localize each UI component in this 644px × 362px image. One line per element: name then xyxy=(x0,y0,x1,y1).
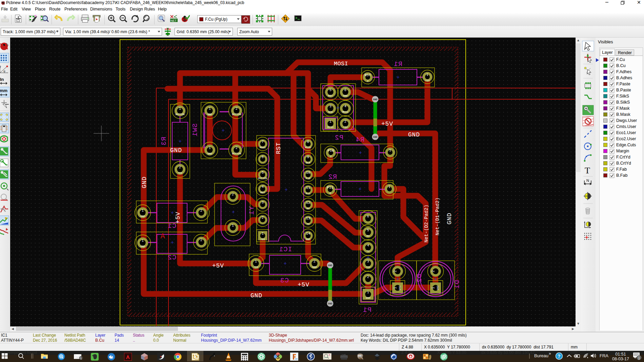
svg-text:GND: GND xyxy=(408,131,420,138)
svg-text:In: In xyxy=(0,77,4,82)
svg-text:8: 8 xyxy=(307,140,309,144)
svg-text:PCB: PCB xyxy=(195,358,199,361)
svg-text:2: 2 xyxy=(393,270,397,272)
svg-text:BUTTON: BUTTON xyxy=(232,152,241,155)
svg-text:2: 2 xyxy=(344,120,346,124)
svg-text:SCK: SCK xyxy=(306,162,310,164)
svg-text:11: 11 xyxy=(306,186,310,190)
svg-text:2: 2 xyxy=(330,155,332,158)
svg-text:5: 5 xyxy=(329,88,331,92)
svg-text:1: 1 xyxy=(367,290,369,294)
svg-text:6: 6 xyxy=(262,155,264,159)
svg-text:P11: P11 xyxy=(306,192,310,195)
svg-text:Net-(D2-Pad2): Net-(D2-Pad2) xyxy=(424,205,429,242)
svg-text:2: 2 xyxy=(200,238,202,242)
svg-text:GND: GND xyxy=(207,152,212,155)
svg-text:7: 7 xyxy=(262,140,264,144)
svg-text:NET: NET xyxy=(170,19,177,22)
svg-text:1: 1 xyxy=(142,239,144,243)
svg-text:GND: GND xyxy=(140,215,145,218)
svg-text:+5V: +5V xyxy=(366,266,370,269)
svg-text:+5V: +5V xyxy=(175,212,181,223)
svg-text:1: 1 xyxy=(80,357,82,360)
svg-text:+5V: +5V xyxy=(178,172,182,174)
svg-text:D1: D1 xyxy=(453,280,461,289)
svg-text:6: 6 xyxy=(367,214,369,218)
svg-text:GND: GND xyxy=(250,292,262,299)
svg-text:4: 4 xyxy=(344,104,346,108)
svg-text:GND: GND xyxy=(399,285,401,290)
svg-text:BUTTON: BUTTON xyxy=(175,113,184,116)
svg-text:+5V: +5V xyxy=(343,126,348,129)
svg-text:2: 2 xyxy=(236,146,238,150)
svg-text:GND: GND xyxy=(437,285,439,290)
svg-text:BUTTON: BUTTON xyxy=(258,177,267,180)
svg-text:360: 360 xyxy=(295,358,298,360)
svg-text:P2: P2 xyxy=(335,134,343,142)
svg-text:GND: GND xyxy=(207,113,212,116)
svg-text:GND: GND xyxy=(373,98,378,101)
svg-text:GND: GND xyxy=(328,302,333,305)
svg-text:+5V: +5V xyxy=(298,281,309,288)
svg-text:GND: GND xyxy=(343,94,348,97)
svg-text:r: r xyxy=(0,65,1,69)
svg-text:RX: RX xyxy=(306,207,310,210)
svg-text:2: 2 xyxy=(179,165,181,169)
svg-text:GND: GND xyxy=(312,266,317,269)
svg-text:5: 5 xyxy=(367,228,369,232)
svg-text:C1: C1 xyxy=(167,222,176,230)
svg-text:2: 2 xyxy=(329,192,331,195)
svg-text:1: 1 xyxy=(393,287,397,289)
svg-text:3: 3 xyxy=(367,259,369,263)
svg-text:?: ? xyxy=(558,354,561,359)
svg-text:C2: C2 xyxy=(167,254,176,261)
svg-text:φ: φ xyxy=(3,69,5,73)
svg-text:2: 2 xyxy=(236,107,238,111)
svg-text:4: 4 xyxy=(367,243,369,248)
svg-text:1: 1 xyxy=(209,107,211,111)
svg-text:3: 3 xyxy=(329,104,331,108)
svg-text:RST: RST xyxy=(275,142,282,154)
svg-text:SW1: SW1 xyxy=(191,123,199,136)
svg-text:1: 1 xyxy=(142,209,144,213)
svg-text:+5V: +5V xyxy=(260,238,265,241)
svg-text:1: 1 xyxy=(262,232,264,236)
svg-text:3: 3 xyxy=(262,200,264,205)
svg-text:+5V: +5V xyxy=(254,266,258,269)
svg-text:RST: RST xyxy=(365,73,371,77)
svg-text:GND: GND xyxy=(366,297,370,299)
svg-text:D2: D2 xyxy=(416,274,423,283)
svg-text:5: 5 xyxy=(262,171,264,175)
svg-text:P10: P10 xyxy=(328,149,334,153)
svg-text:R1: R1 xyxy=(394,60,402,68)
svg-text:2: 2 xyxy=(367,80,369,82)
svg-text:1: 1 xyxy=(255,259,257,263)
svg-text:1: 1 xyxy=(232,223,234,228)
svg-text:10: 10 xyxy=(306,171,310,175)
svg-text:P10: P10 xyxy=(306,177,310,180)
svg-text:9: 9 xyxy=(307,155,309,159)
svg-text:RX: RX xyxy=(366,235,370,237)
svg-text:Y1: Y1 xyxy=(248,206,256,215)
svg-text:RST: RST xyxy=(328,94,333,97)
svg-text:GND: GND xyxy=(373,136,378,139)
svg-text:1: 1 xyxy=(388,185,390,189)
svg-text:1: 1 xyxy=(431,287,435,289)
svg-text:GND: GND xyxy=(446,213,453,225)
svg-text:C3: C3 xyxy=(280,277,289,284)
svg-text:SCK: SCK xyxy=(328,111,333,113)
svg-text:GND: GND xyxy=(170,147,182,154)
svg-text:IC1: IC1 xyxy=(279,246,292,253)
svg-text:GND: GND xyxy=(140,245,145,248)
svg-text:1: 1 xyxy=(329,120,331,124)
svg-text:1: 1 xyxy=(209,146,211,150)
svg-text:2: 2 xyxy=(262,216,264,220)
svg-text:TX: TX xyxy=(306,223,310,226)
svg-text:6: 6 xyxy=(344,88,346,92)
svg-text:R3: R3 xyxy=(160,137,168,146)
svg-text:mm: mm xyxy=(0,88,7,93)
svg-text:MISO: MISO xyxy=(305,146,311,149)
svg-text:P1: P1 xyxy=(363,306,371,314)
svg-text:GND: GND xyxy=(141,176,148,188)
svg-text:1: 1 xyxy=(426,73,428,77)
